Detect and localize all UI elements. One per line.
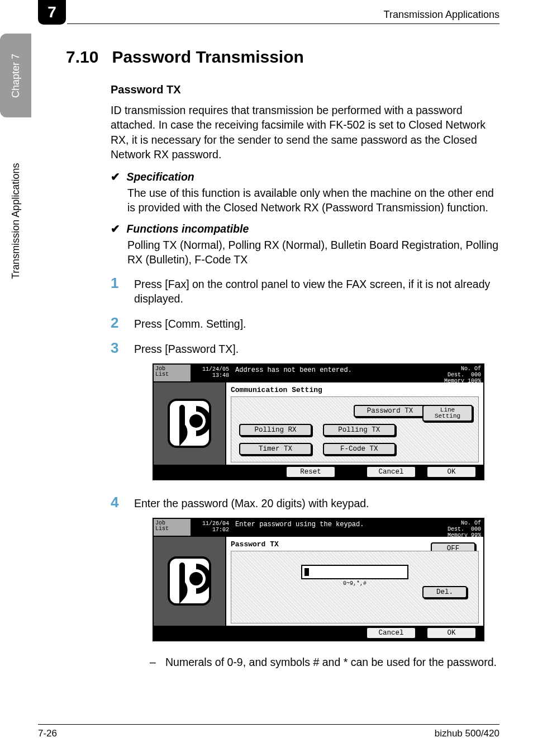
lcd2-grid: Del. 0~9,*,# bbox=[231, 551, 479, 623]
password-entry: 0~9,*,# bbox=[236, 565, 474, 587]
footer-page: 7-26 bbox=[38, 728, 57, 739]
check-icon: ✔ bbox=[111, 223, 120, 235]
lcd1-grid: Password TX Line Setting Polling RX Poll… bbox=[231, 396, 479, 462]
check-spec-body: The use of this function is available on… bbox=[127, 186, 499, 215]
step-3: 3 Press [Password TX]. bbox=[111, 339, 499, 357]
check-icon: ✔ bbox=[111, 171, 120, 183]
fcode-tx-button[interactable]: F-Code TX bbox=[323, 443, 396, 455]
intro-paragraph: ID transmission requires that transmissi… bbox=[111, 103, 499, 162]
step-2-text: Press [Comm. Setting]. bbox=[134, 314, 246, 332]
step-1: 1 Press [Fax] on the control panel to vi… bbox=[111, 275, 499, 306]
lcd1-bottombar: Reset Cancel OK bbox=[154, 465, 483, 479]
step-3-number: 3 bbox=[111, 339, 134, 357]
cancel-button[interactable]: Cancel bbox=[366, 466, 416, 478]
svg-rect-2 bbox=[169, 557, 210, 604]
lcd2-datetime: 11/26/04 17:02 bbox=[192, 519, 232, 536]
timer-tx-button[interactable]: Timer TX bbox=[239, 443, 312, 455]
lcd2-status: No. Of Dest. 000 Memory 99% bbox=[417, 519, 483, 536]
step-4-note: – Numerals of 0-9, and symbols # and * c… bbox=[150, 655, 499, 669]
step-2-number: 2 bbox=[111, 314, 134, 332]
check-incompat: ✔ Functions incompatible bbox=[111, 221, 499, 236]
check-incompat-title: Functions incompatible bbox=[126, 223, 249, 235]
step-4: 4 Enter the password (Max. 20 digits) wi… bbox=[111, 494, 499, 511]
lcd2-topbar: Job List 11/26/04 17:02 Enter password u… bbox=[154, 519, 483, 537]
lcd1-message: Address has not been entered. bbox=[232, 365, 417, 381]
step-3-text: Press [Password TX]. bbox=[134, 339, 239, 357]
password-field[interactable] bbox=[301, 565, 408, 579]
section-number: 7.10 bbox=[66, 48, 98, 67]
lcd1-right: Communication Setting Password TX Line S… bbox=[226, 382, 483, 465]
footer: 7-26 bizhub 500/420 bbox=[38, 724, 499, 739]
polling-tx-button[interactable]: Polling TX bbox=[323, 424, 396, 436]
side-section-label: Transmission Applications bbox=[0, 129, 31, 313]
lcd1-status: No. Of Dest. 000 Memory 100% bbox=[417, 365, 483, 381]
subheading: Password TX bbox=[111, 83, 499, 96]
lcd2-right: Password TX OFF Del. 0~9,*,# bbox=[226, 537, 483, 626]
lcd2-message: Enter password using the keypad. bbox=[232, 519, 417, 536]
content: 7.10 Password Transmission Password TX I… bbox=[66, 48, 499, 669]
lcd-password-tx: Job List 11/26/04 17:02 Enter password u… bbox=[153, 518, 484, 641]
lcd1-body: Communication Setting Password TX Line S… bbox=[154, 382, 483, 465]
polling-rx-button[interactable]: Polling RX bbox=[239, 424, 312, 436]
step-4-text: Enter the password (Max. 20 digits) with… bbox=[134, 494, 369, 511]
check-incompat-body: Polling TX (Normal), Polling RX (Normal)… bbox=[127, 238, 499, 267]
password-hint: 0~9,*,# bbox=[343, 580, 367, 587]
del-button[interactable]: Del. bbox=[422, 586, 467, 598]
text-cursor-icon bbox=[304, 568, 309, 576]
lcd1-topbar: Job List 11/24/05 13:48 Address has not … bbox=[154, 365, 483, 382]
job-list-button[interactable]: Job List bbox=[154, 365, 192, 381]
step-4-note-text: Numerals of 0-9, and symbols # and * can… bbox=[165, 655, 497, 669]
password-tx-button[interactable]: Password TX bbox=[354, 405, 426, 417]
svg-rect-0 bbox=[169, 400, 210, 447]
lcd2-mode-icon bbox=[154, 537, 226, 626]
header-right: Transmission Applications bbox=[384, 9, 499, 21]
step-2: 2 Press [Comm. Setting]. bbox=[111, 314, 499, 332]
cancel-button[interactable]: Cancel bbox=[366, 627, 416, 639]
svg-point-3 bbox=[189, 572, 203, 585]
lcd2-destcount: 000 bbox=[471, 526, 481, 532]
step-4-number: 4 bbox=[111, 494, 134, 511]
step-1-text: Press [Fax] on the control panel to view… bbox=[134, 275, 499, 306]
lcd2-bottombar: Cancel OK bbox=[154, 626, 483, 640]
header-rule bbox=[67, 23, 499, 24]
ok-button[interactable]: OK bbox=[426, 466, 477, 478]
step-1-number: 1 bbox=[111, 275, 134, 306]
chapter-tab: 7 bbox=[38, 0, 66, 25]
reset-button[interactable]: Reset bbox=[285, 466, 336, 478]
lcd2-body: Password TX OFF Del. 0~9,*,# bbox=[154, 537, 483, 626]
lcd1-mode-icon bbox=[154, 382, 226, 465]
section-heading: 7.10 Password Transmission bbox=[66, 48, 499, 67]
lcd1-datetime: 11/24/05 13:48 bbox=[192, 365, 232, 381]
job-list-button[interactable]: Job List bbox=[154, 519, 192, 536]
side-chapter-label: Chapter 7 bbox=[0, 34, 31, 117]
lcd-comm-setting: Job List 11/24/05 13:48 Address has not … bbox=[153, 363, 484, 480]
section-title: Password Transmission bbox=[112, 48, 303, 67]
line-setting-button[interactable]: Line Setting bbox=[422, 405, 473, 422]
lcd1-destcount: 000 bbox=[471, 372, 481, 378]
check-spec: ✔ Specification bbox=[111, 169, 499, 184]
footer-model: bizhub 500/420 bbox=[435, 728, 499, 739]
check-spec-title: Specification bbox=[126, 171, 194, 183]
lcd1-heading: Communication Setting bbox=[231, 386, 479, 394]
dash-icon: – bbox=[150, 655, 165, 669]
page: 7 Chapter 7 Transmission Applications Tr… bbox=[0, 0, 533, 756]
ok-button[interactable]: OK bbox=[426, 627, 477, 639]
svg-point-1 bbox=[189, 414, 203, 428]
